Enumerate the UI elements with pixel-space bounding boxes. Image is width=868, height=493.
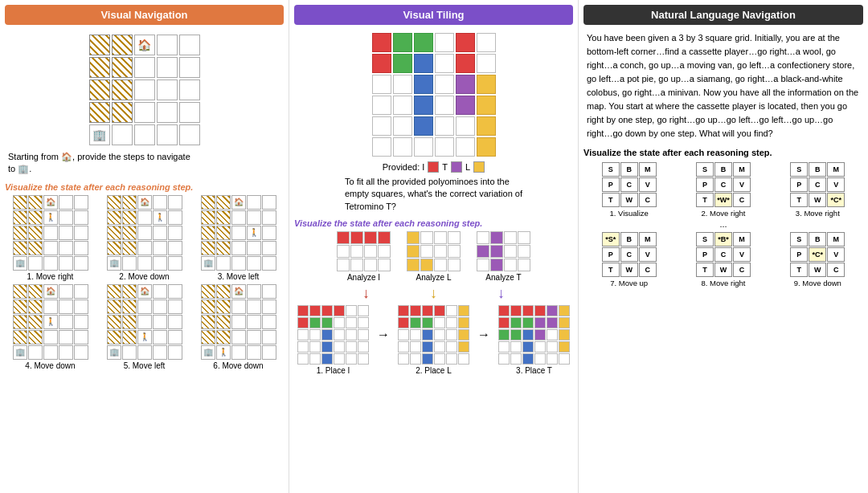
vn-caption: Starting from 🏠, provide the steps to na… xyxy=(8,149,190,178)
place-i-grid xyxy=(297,305,369,365)
step-5-grid: 🏠 🚶 🏢 xyxy=(107,284,182,360)
analyze-l: Analyze L xyxy=(407,231,461,282)
lg-cell: C xyxy=(733,263,751,277)
lg-cell: B xyxy=(809,162,826,177)
cell xyxy=(157,124,178,145)
lg-cell: C xyxy=(733,193,751,207)
lg-cell: P xyxy=(696,247,714,262)
lg-cell: M xyxy=(733,162,751,177)
nl-step-7-label: 7. Move up xyxy=(610,279,648,287)
lg-cell: *C* xyxy=(809,247,826,262)
lg-cell: C xyxy=(714,247,732,262)
lg-cell: T xyxy=(602,193,620,207)
lg-cell: M xyxy=(733,232,751,246)
step-6-grid: 🏠 🏢🚶 xyxy=(201,284,276,360)
lg-cell: M xyxy=(639,232,657,246)
step-2: 🏠 🚶 🏢 2. Move down xyxy=(99,195,190,281)
nl-step-7: *S* B M P C V T W C 7. Move up xyxy=(583,232,674,287)
arrow-l: ↓ xyxy=(408,285,460,302)
place-t-label: 3. Place T xyxy=(516,366,552,375)
provided-text: Provided: I xyxy=(383,162,425,172)
nl-step-3: S B M P C V T W *C* 3. Move right xyxy=(772,162,863,218)
nl-step-8-label: 8. Move right xyxy=(702,279,746,287)
analyze-t-grid xyxy=(477,231,530,271)
analyze-l-grid xyxy=(407,231,461,271)
vn-reasoning-label: Visualize the state after each reasoning… xyxy=(5,180,284,195)
cell xyxy=(112,57,133,78)
cell: 🏠 xyxy=(134,35,155,55)
nl-step-3-label: 3. Move right xyxy=(796,209,840,218)
lg-cell: V xyxy=(733,247,751,262)
step-4-label: 4. Move down xyxy=(25,361,75,370)
lg-cell: M xyxy=(827,232,845,246)
nl-nav-body: You have been given a 3 by 3 square grid… xyxy=(583,30,863,142)
step-2-grid: 🏠 🚶 🏢 xyxy=(107,195,182,271)
visual-tile-header: Visual Tiling xyxy=(294,5,573,25)
cell xyxy=(89,102,110,123)
lg-cell: C xyxy=(639,193,657,207)
cell xyxy=(179,79,200,100)
lg-cell: C xyxy=(620,177,638,192)
lg-cell: V xyxy=(639,247,657,262)
lg-cell: S xyxy=(790,232,808,246)
lg-cell: T xyxy=(602,263,620,277)
lg-cell: B xyxy=(714,162,732,177)
vn-steps-grid: 🏠 🚶 🏢 1. Move right 🏠 🚶 🏢 2. Move down � xyxy=(5,195,284,370)
step-4: 🏠 🚶 🏢 4. Move down xyxy=(5,284,96,370)
lg-cell: C xyxy=(714,177,732,192)
cell xyxy=(179,57,200,78)
nl-grid-1: S B M P C V T W C xyxy=(602,162,657,207)
analyze-t-label: Analyze T xyxy=(485,273,521,282)
lg-cell: W xyxy=(714,263,732,277)
place-i-label: 1. Place I xyxy=(317,366,350,375)
cell xyxy=(134,124,155,145)
lg-cell: P xyxy=(602,177,620,192)
vt-top-area: Provided: I T L To fit all the provided … xyxy=(294,30,573,216)
analyze-row: Analyze I Analyze L Analyze T xyxy=(337,231,530,282)
cell xyxy=(112,124,133,145)
step-6: 🏠 🏢🚶 6. Move down xyxy=(193,284,284,370)
vn-top-area: 🏠 🏢 xyxy=(5,30,284,180)
cell xyxy=(134,102,155,123)
place-t-grid xyxy=(498,305,570,365)
arrow-i: ↓ xyxy=(341,285,392,302)
provided-t: T xyxy=(442,162,448,172)
lg-cell-highlight: *W* xyxy=(714,193,732,207)
cell xyxy=(89,57,110,78)
lg-cell-highlight: *C* xyxy=(827,193,845,207)
nl-nav-header: Natural Language Navigation xyxy=(583,5,863,25)
swatch-red xyxy=(428,161,439,173)
cell xyxy=(89,35,110,55)
cell xyxy=(134,79,155,100)
nl-grid-8: S *B* M P C V T W C xyxy=(696,232,751,277)
nl-grid-3: S B M P C V T W *C* xyxy=(790,162,845,207)
analyze-i-grid xyxy=(337,231,391,271)
cell xyxy=(157,102,178,123)
cell xyxy=(179,124,200,145)
visual-nav-header: Visual Navigation xyxy=(5,5,284,25)
lg-cell: P xyxy=(602,247,620,262)
step-3: 🏠 🚶 🏢 3. Move left xyxy=(193,195,284,281)
lg-cell: V xyxy=(639,177,657,192)
nl-steps-bot: *S* B M P C V T W C 7. Move up S *B* M P… xyxy=(583,232,863,287)
place-l-grid xyxy=(398,305,469,365)
lg-cell: W xyxy=(620,193,638,207)
nl-step-1-label: 1. Visualize xyxy=(609,209,648,218)
lg-cell: B xyxy=(809,232,826,246)
step-1-label: 1. Move right xyxy=(27,272,74,281)
lg-cell: C xyxy=(827,263,845,277)
cell xyxy=(89,79,110,100)
lg-cell: C xyxy=(809,177,826,192)
nl-step-9-label: 9. Move down xyxy=(794,279,841,287)
cell xyxy=(112,79,133,100)
analyze-i: Analyze I xyxy=(337,231,391,282)
nl-grid-2: S B M P C V T *W* C xyxy=(696,162,751,207)
main-tile-grid xyxy=(372,33,496,157)
nl-grid-7: *S* B M P C V T W C xyxy=(602,232,657,277)
arrow-right-2: → xyxy=(477,328,490,342)
place-t-item: 3. Place T xyxy=(498,305,570,375)
cell xyxy=(112,102,133,123)
step-4-grid: 🏠 🚶 🏢 xyxy=(13,284,88,360)
step-6-label: 6. Move down xyxy=(213,361,263,370)
cell xyxy=(179,35,200,55)
